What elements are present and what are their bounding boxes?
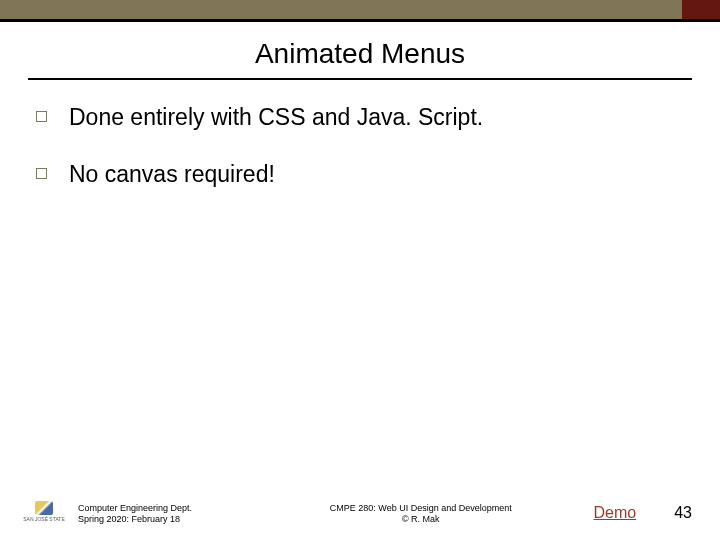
content-area: Done entirely with CSS and Java. Script.… [0, 80, 720, 188]
bullet-text: No canvas required! [69, 161, 275, 188]
logo-text: SAN JOSÉ STATE [23, 517, 65, 522]
bullet-icon [36, 168, 47, 179]
dept-text: Computer Engineering Dept. [78, 503, 248, 515]
footer: SAN JOSÉ STATE Computer Engineering Dept… [0, 496, 720, 526]
bullet-text: Done entirely with CSS and Java. Script. [69, 104, 483, 131]
bullet-icon [36, 111, 47, 122]
footer-left: Computer Engineering Dept. Spring 2020: … [78, 503, 248, 526]
header-bar-main [0, 0, 682, 22]
slide-title: Animated Menus [0, 38, 720, 70]
copyright-text: © R. Mak [248, 514, 594, 526]
date-text: Spring 2020: February 18 [78, 514, 248, 526]
list-item: Done entirely with CSS and Java. Script. [36, 104, 684, 131]
demo-link[interactable]: Demo [594, 504, 637, 522]
university-logo: SAN JOSÉ STATE [22, 496, 66, 526]
header-bar [0, 0, 720, 22]
page-number: 43 [674, 504, 692, 522]
logo-icon [35, 501, 53, 515]
title-area: Animated Menus [0, 38, 720, 80]
footer-center: CMPE 280: Web UI Design and Development … [248, 503, 594, 526]
header-bar-accent [682, 0, 720, 22]
course-text: CMPE 280: Web UI Design and Development [248, 503, 594, 515]
list-item: No canvas required! [36, 161, 684, 188]
